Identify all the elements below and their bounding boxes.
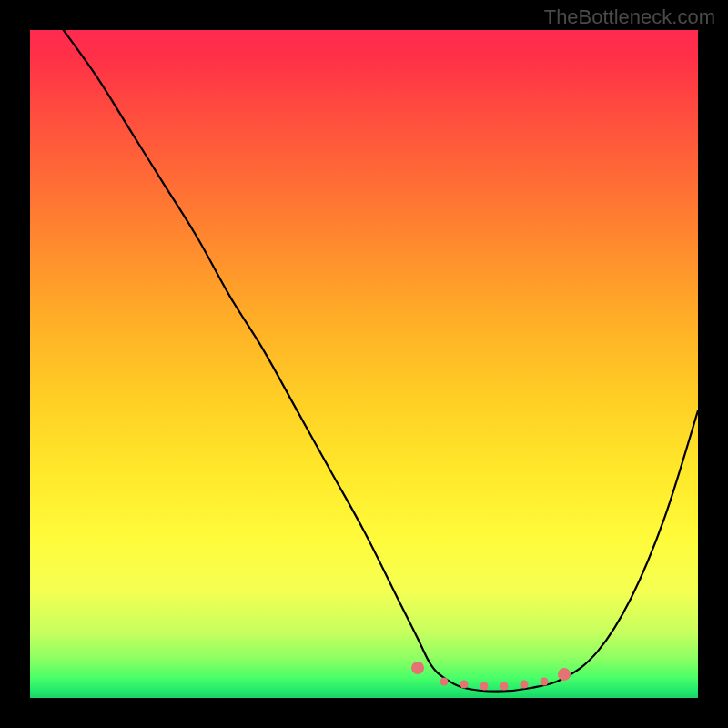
curve-marker [558,668,571,681]
plot-area [30,30,698,698]
curve-marker [480,682,489,690]
curve-marker [440,677,449,685]
curve-marker [411,662,424,674]
marker-layer [30,30,698,698]
curve-marker [460,681,469,689]
curve-marker [541,677,549,685]
curve-marker [500,682,509,690]
curve-marker [521,681,529,689]
watermark-text: TheBottleneck.com [544,5,715,29]
